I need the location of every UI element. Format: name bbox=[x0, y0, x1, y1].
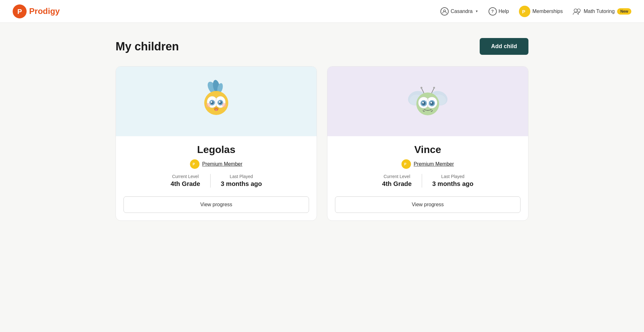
memberships-icon: P bbox=[519, 6, 530, 17]
header: P Prodigy Casandra ▼ ? Help P bbox=[0, 0, 644, 23]
vince-played-label: Last Played bbox=[432, 174, 473, 179]
vince-character bbox=[406, 79, 450, 124]
svg-point-42 bbox=[420, 87, 422, 89]
vince-premium-badge: P Premium Member bbox=[401, 159, 454, 169]
math-tutoring-label: Math Tutoring bbox=[584, 9, 615, 14]
svg-point-4 bbox=[574, 9, 577, 12]
svg-point-44 bbox=[433, 87, 435, 89]
help-label: Help bbox=[499, 9, 509, 14]
child-card-legolas: Legolas P Premium Member Current Level 4… bbox=[116, 66, 317, 221]
svg-point-23 bbox=[222, 103, 226, 107]
children-grid: Legolas P Premium Member Current Level 4… bbox=[116, 66, 528, 221]
header-nav: Casandra ▼ ? Help P Memberships bbox=[440, 6, 631, 17]
vince-view-progress-button[interactable]: View progress bbox=[335, 196, 521, 213]
legolas-played-value: 3 months ago bbox=[221, 180, 262, 188]
prodigy-logo-icon: P bbox=[13, 4, 27, 18]
new-badge: New bbox=[617, 8, 631, 15]
vince-avatar-area bbox=[327, 67, 528, 136]
page-title: My children bbox=[116, 40, 179, 53]
legolas-current-level: Current Level 4th Grade bbox=[161, 174, 210, 188]
svg-point-22 bbox=[206, 103, 211, 107]
vince-level-value: 4th Grade bbox=[382, 180, 412, 188]
legolas-level-label: Current Level bbox=[171, 174, 200, 179]
vince-name: Vince bbox=[414, 144, 441, 156]
svg-point-24 bbox=[215, 109, 218, 111]
svg-text:P: P bbox=[522, 9, 525, 14]
legolas-premium-icon: P bbox=[190, 159, 199, 169]
memberships-label: Memberships bbox=[532, 9, 563, 14]
chevron-down-icon: ▼ bbox=[475, 10, 478, 13]
help-nav-item[interactable]: ? Help bbox=[489, 7, 509, 16]
legolas-premium-link[interactable]: Premium Member bbox=[202, 161, 242, 167]
add-child-button[interactable]: Add child bbox=[480, 38, 528, 55]
logo-text: Prodigy bbox=[29, 6, 60, 16]
vince-stats: Current Level 4th Grade Last Played 3 mo… bbox=[338, 174, 518, 188]
vince-card-body: Vince P Premium Member Current Level 4th… bbox=[327, 136, 528, 194]
user-icon bbox=[440, 7, 449, 16]
legolas-last-played: Last Played 3 months ago bbox=[210, 174, 272, 188]
svg-point-40 bbox=[431, 102, 432, 104]
svg-point-19 bbox=[219, 101, 221, 103]
vince-level-label: Current Level bbox=[382, 174, 412, 179]
main-content: My children Add child bbox=[100, 23, 544, 233]
vince-last-played: Last Played 3 months ago bbox=[422, 174, 483, 188]
svg-point-39 bbox=[422, 102, 424, 104]
legolas-level-value: 4th Grade bbox=[171, 180, 200, 188]
legolas-card-body: Legolas P Premium Member Current Level 4… bbox=[116, 136, 317, 194]
svg-point-2 bbox=[444, 10, 445, 12]
svg-text:P: P bbox=[193, 163, 195, 166]
legolas-view-progress-button[interactable]: View progress bbox=[123, 196, 309, 213]
vince-current-level: Current Level 4th Grade bbox=[372, 174, 422, 188]
logo[interactable]: P Prodigy bbox=[13, 4, 60, 18]
user-menu[interactable]: Casandra ▼ bbox=[440, 7, 478, 16]
legolas-played-label: Last Played bbox=[221, 174, 262, 179]
svg-point-5 bbox=[577, 9, 580, 12]
legolas-character bbox=[194, 79, 238, 124]
svg-text:P: P bbox=[404, 163, 407, 166]
svg-point-37 bbox=[422, 101, 426, 105]
vince-premium-link[interactable]: Premium Member bbox=[414, 161, 454, 167]
child-card-vince: Vince P Premium Member Current Level 4th… bbox=[327, 66, 528, 221]
memberships-nav-item[interactable]: P Memberships bbox=[519, 6, 563, 17]
svg-text:P: P bbox=[17, 8, 22, 16]
legolas-name: Legolas bbox=[197, 144, 236, 156]
legolas-premium-badge: P Premium Member bbox=[190, 159, 242, 169]
math-tutoring-icon bbox=[573, 8, 581, 15]
svg-point-18 bbox=[211, 101, 212, 103]
legolas-avatar-area bbox=[116, 67, 317, 136]
vince-played-value: 3 months ago bbox=[432, 180, 473, 188]
svg-point-38 bbox=[430, 101, 434, 105]
help-icon: ? bbox=[489, 7, 497, 16]
legolas-stats: Current Level 4th Grade Last Played 3 mo… bbox=[126, 174, 306, 188]
page-header: My children Add child bbox=[116, 38, 528, 55]
vince-premium-icon: P bbox=[401, 159, 411, 169]
user-name: Casandra bbox=[451, 9, 472, 14]
math-tutoring-nav-item[interactable]: Math Tutoring New bbox=[573, 8, 631, 15]
